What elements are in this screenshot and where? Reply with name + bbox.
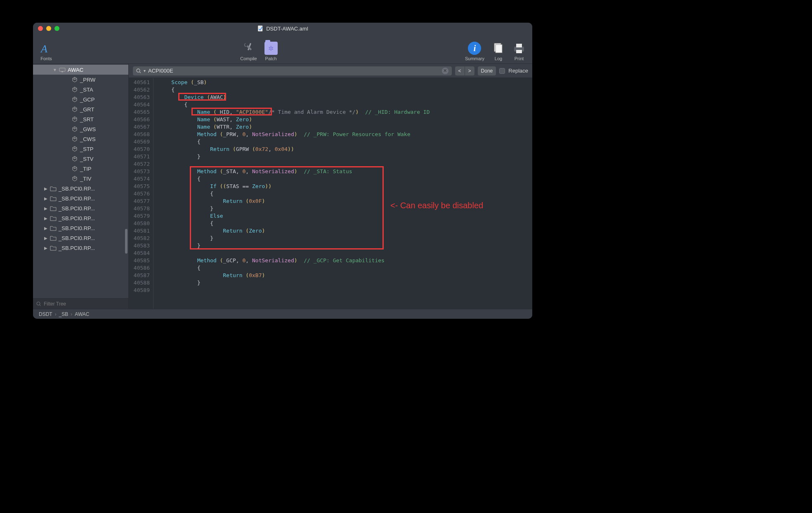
log-label: Log [495, 56, 502, 61]
svg-rect-4 [496, 45, 502, 53]
line-gutter: 40561 40562 40563 40564 40565 40566 4056… [129, 78, 153, 309]
chevron-down-icon[interactable]: ▾ [144, 68, 146, 73]
tree-item[interactable]: _STA [33, 85, 128, 94]
close-button[interactable] [38, 26, 43, 31]
search-icon [136, 68, 141, 73]
tree-item[interactable]: ▶_SB.PCI0.RP... [33, 203, 128, 213]
tree-item[interactable]: _GRT [33, 104, 128, 114]
filter-tree-field[interactable]: Filter Tree [33, 298, 128, 309]
tree-item[interactable]: ▶_SB.PCI0.RP... [33, 233, 128, 243]
svg-line-13 [139, 72, 141, 73]
sidebar-scrollbar[interactable] [125, 229, 127, 254]
tree-item[interactable]: _STP [33, 144, 128, 154]
app-window: DSDT-AWAC.aml A Fonts Compile ✲ Patch i … [33, 23, 532, 319]
tree-view[interactable]: ▼AWAC_PRW_STA_GCP_GRT_SRT_GWS_CWS_STP_ST… [33, 64, 128, 298]
svg-rect-8 [59, 68, 65, 71]
fonts-label: Fonts [40, 56, 52, 61]
compile-button[interactable]: Compile [240, 42, 257, 61]
folder-gear-icon: ✲ [264, 42, 278, 55]
search-nav: < > [455, 66, 474, 75]
tree-item[interactable]: ▶_SB.PCI0.RP... [33, 193, 128, 203]
svg-rect-6 [516, 44, 522, 47]
breadcrumb[interactable]: DSDT › _SB › AWAC [33, 309, 532, 319]
titlebar: DSDT-AWAC.aml [33, 23, 532, 34]
minimize-button[interactable] [46, 26, 51, 31]
tree-item[interactable]: ▶_SB.PCI0.RP... [33, 243, 128, 253]
annotation-text: <- Can easily be disabled [390, 202, 483, 209]
zoom-button[interactable] [54, 26, 59, 31]
tree-item[interactable]: ▶_SB.PCI0.RP... [33, 223, 128, 233]
tree-item[interactable]: _STV [33, 154, 128, 164]
breadcrumb-item[interactable]: AWAC [75, 311, 89, 317]
print-button[interactable]: Print [512, 42, 526, 61]
code-content[interactable]: Scope (_SB) { Device (AWAC) { Name (_HID… [153, 78, 532, 309]
printer-icon [512, 42, 526, 55]
window-controls [38, 26, 59, 31]
code-editor[interactable]: 40561 40562 40563 40564 40565 40566 4056… [129, 78, 532, 309]
svg-point-12 [137, 69, 140, 72]
svg-text:A: A [40, 43, 47, 55]
tree-item[interactable]: _PRW [33, 75, 128, 85]
svg-rect-0 [258, 26, 262, 31]
tree-item[interactable]: ▶_SB.PCI0.RP... [33, 184, 128, 193]
document-icon [257, 25, 264, 32]
svg-point-10 [37, 302, 40, 305]
tools-icon [242, 42, 255, 55]
tree-item[interactable]: _SRT [33, 114, 128, 124]
breadcrumb-item[interactable]: _SB [59, 311, 68, 317]
search-next-button[interactable]: > [465, 66, 474, 75]
stack-icon [492, 42, 505, 55]
tree-item[interactable]: _CWS [33, 134, 128, 144]
tree-item[interactable]: _GCP [33, 94, 128, 104]
tree-item[interactable]: ▶_SB.PCI0.RP... [33, 213, 128, 223]
filter-placeholder: Filter Tree [44, 301, 66, 307]
compile-label: Compile [240, 56, 257, 61]
search-prev-button[interactable]: < [455, 66, 465, 75]
tree-item-awac[interactable]: ▼AWAC [33, 65, 128, 75]
replace-checkbox[interactable] [499, 68, 505, 74]
tree-item[interactable]: _GWS [33, 124, 128, 134]
search-value: ACPI000E [148, 68, 173, 74]
tree-item[interactable]: _TIV [33, 174, 128, 184]
fonts-icon: A [40, 42, 53, 55]
patch-label: Patch [265, 56, 277, 61]
print-label: Print [515, 56, 524, 61]
fonts-button[interactable]: A Fonts [40, 42, 53, 61]
svg-line-11 [40, 305, 41, 306]
sidebar: ▼AWAC_PRW_STA_GCP_GRT_SRT_GWS_CWS_STP_ST… [33, 64, 129, 309]
search-field[interactable]: ▾ ACPI000E ✕ [133, 66, 452, 75]
window-title: DSDT-AWAC.aml [257, 25, 308, 32]
info-icon: i [468, 42, 481, 55]
tree-item[interactable]: _TIP [33, 164, 128, 174]
breadcrumb-item[interactable]: DSDT [39, 311, 52, 317]
svg-rect-9 [61, 71, 63, 72]
clear-search-button[interactable]: ✕ [442, 68, 448, 74]
search-bar: ▾ ACPI000E ✕ < > Done Replace [129, 64, 532, 78]
log-button[interactable]: Log [492, 42, 505, 61]
summary-label: Summary [465, 56, 484, 61]
search-icon [36, 301, 41, 306]
summary-button[interactable]: i Summary [465, 42, 484, 61]
patch-button[interactable]: ✲ Patch [264, 42, 278, 61]
toolbar: A Fonts Compile ✲ Patch i Summary [33, 34, 532, 64]
replace-label: Replace [508, 68, 528, 74]
svg-rect-7 [516, 50, 522, 53]
done-button[interactable]: Done [478, 66, 496, 75]
